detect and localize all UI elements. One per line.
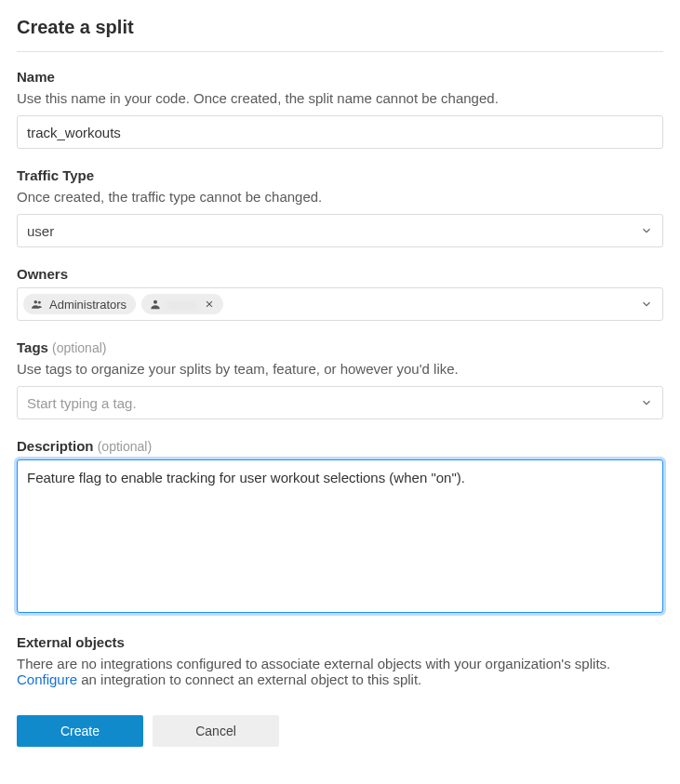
owner-chip-administrators[interactable]: Administrators <box>23 294 136 314</box>
owners-field: Owners Administrators ······ <box>17 266 663 321</box>
tags-hint: Use tags to organize your splits by team… <box>17 361 663 377</box>
traffic-type-label: Traffic Type <box>17 167 663 183</box>
svg-point-0 <box>34 300 38 304</box>
chevron-down-icon <box>640 298 653 311</box>
create-button[interactable]: Create <box>17 715 143 747</box>
external-objects-field: External objects There are no integratio… <box>17 634 663 687</box>
description-optional: (optional) <box>98 439 152 454</box>
name-hint: Use this name in your code. Once created… <box>17 90 663 106</box>
owner-chip-user[interactable]: ······ <box>141 294 223 314</box>
owners-select[interactable]: Administrators ······ <box>17 287 663 321</box>
traffic-type-hint: Once created, the traffic type cannot be… <box>17 189 663 205</box>
description-textarea[interactable] <box>17 459 663 613</box>
name-input[interactable] <box>17 115 663 149</box>
group-icon <box>31 298 44 311</box>
owner-chip-label: Administrators <box>49 298 127 312</box>
description-label-row: Description (optional) <box>17 438 663 454</box>
tags-label: Tags <box>17 339 48 355</box>
external-objects-text-before: There are no integrations configured to … <box>17 656 610 671</box>
button-row: Create Cancel <box>17 715 663 747</box>
chevron-down-icon <box>640 396 653 409</box>
close-icon[interactable] <box>205 299 214 309</box>
description-field: Description (optional) <box>17 438 663 616</box>
tags-label-row: Tags (optional) <box>17 339 663 355</box>
traffic-type-field: Traffic Type Once created, the traffic t… <box>17 167 663 247</box>
description-label: Description <box>17 438 94 454</box>
svg-point-2 <box>153 300 157 304</box>
external-objects-text-after: an integration to connect an external ob… <box>81 671 421 687</box>
page-title: Create a split <box>17 17 663 38</box>
tags-select[interactable]: Start typing a tag. <box>17 386 663 419</box>
owners-label: Owners <box>17 266 663 282</box>
svg-point-1 <box>38 301 41 304</box>
tags-placeholder: Start typing a tag. <box>27 395 137 411</box>
person-icon <box>149 298 162 311</box>
tags-field: Tags (optional) Use tags to organize you… <box>17 339 663 419</box>
configure-link[interactable]: Configure <box>17 671 77 687</box>
external-objects-label: External objects <box>17 634 663 650</box>
tags-optional: (optional) <box>52 340 106 355</box>
divider <box>17 51 663 52</box>
name-label: Name <box>17 69 663 85</box>
traffic-type-value: user <box>27 223 54 239</box>
owner-chip-label: ······ <box>167 298 199 312</box>
cancel-button[interactable]: Cancel <box>153 715 279 747</box>
traffic-type-select[interactable]: user <box>17 214 663 247</box>
name-field: Name Use this name in your code. Once cr… <box>17 69 663 149</box>
chevron-down-icon <box>640 224 653 237</box>
external-objects-text: There are no integrations configured to … <box>17 656 663 687</box>
